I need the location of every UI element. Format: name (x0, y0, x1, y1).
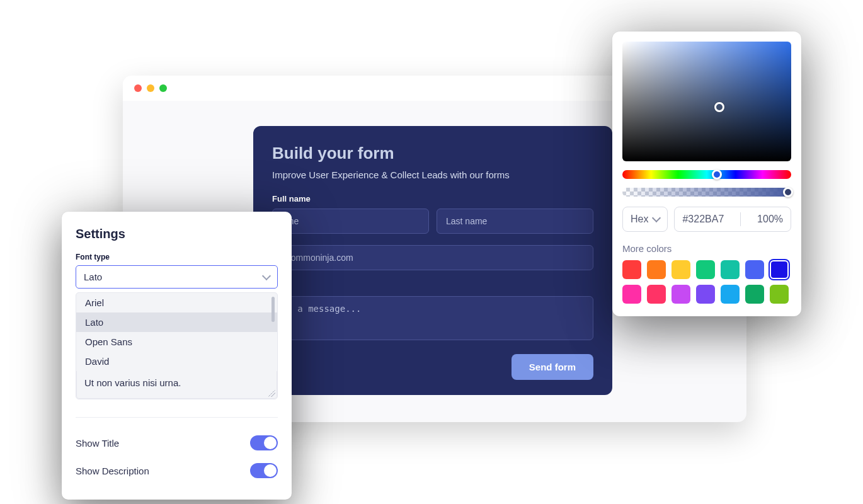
font-option[interactable]: Open Sans (76, 332, 277, 352)
message-textarea[interactable] (272, 296, 593, 340)
opacity-value: 100% (757, 214, 783, 225)
color-swatch[interactable] (770, 260, 789, 279)
message-label: e (272, 282, 593, 291)
color-swatch[interactable] (745, 260, 764, 279)
alpha-thumb[interactable] (783, 187, 793, 197)
color-value-field[interactable]: #322BA7 100% (674, 207, 791, 232)
color-swatch[interactable] (672, 285, 690, 304)
more-colors-label: More colors (622, 243, 791, 254)
toggle-switch[interactable] (250, 435, 278, 450)
toggle-switch[interactable] (250, 463, 278, 478)
font-type-select[interactable]: Lato (76, 265, 278, 289)
saturation-value-field[interactable] (622, 42, 791, 161)
swatch-grid (622, 260, 791, 304)
color-picker-panel: Hex #322BA7 100% More colors (612, 32, 801, 316)
toggle-knob (264, 437, 277, 449)
sample-text-field[interactable]: Ut non varius nisi urna. (76, 371, 277, 399)
traffic-light-max[interactable] (159, 84, 167, 92)
font-option[interactable]: David (76, 352, 277, 371)
font-type-value: Lato (84, 272, 102, 282)
traffic-light-close[interactable] (134, 84, 142, 92)
color-swatch[interactable] (622, 285, 641, 304)
font-option[interactable]: Ariel (76, 293, 277, 312)
last-name-input[interactable] (437, 209, 593, 234)
separator (740, 212, 741, 226)
chevron-down-icon (652, 214, 661, 222)
alpha-slider[interactable] (622, 188, 791, 197)
toggle-row: Show Title (76, 429, 278, 457)
send-form-button[interactable]: Send form (512, 354, 593, 380)
color-swatch[interactable] (745, 285, 764, 304)
color-swatch[interactable] (647, 260, 666, 279)
color-swatch[interactable] (696, 260, 715, 279)
divider (76, 417, 278, 418)
form-subtitle: Improve User Experience & Collect Leads … (272, 169, 593, 180)
font-type-dropdown: ArielLatoOpen SansDavid Ut non varius ni… (76, 292, 278, 399)
resize-handle-icon[interactable] (268, 389, 275, 397)
email-input[interactable] (272, 245, 593, 270)
settings-panel: Settings Font type Lato ArielLatoOpen Sa… (62, 212, 292, 500)
hex-value: #322BA7 (682, 214, 724, 225)
color-swatch[interactable] (770, 285, 789, 304)
font-option[interactable]: Lato (76, 312, 277, 332)
color-swatch[interactable] (647, 285, 666, 304)
form-title: Build your form (272, 144, 593, 163)
toggle-label: Show Title (76, 438, 119, 449)
color-swatch[interactable] (721, 260, 740, 279)
color-mode-label: Hex (631, 214, 648, 225)
traffic-light-min[interactable] (147, 84, 154, 92)
fullname-label: Full name (272, 194, 593, 203)
sv-cursor-icon[interactable] (714, 102, 724, 112)
toggle-label: Show Description (76, 466, 149, 476)
hue-thumb[interactable] (712, 169, 722, 180)
toggle-knob (264, 464, 277, 477)
font-type-label: Font type (76, 253, 278, 261)
dropdown-scrollbar[interactable] (271, 297, 275, 322)
color-swatch[interactable] (622, 260, 641, 279)
form-card: Build your form Improve User Experience … (253, 126, 612, 395)
color-swatch[interactable] (672, 260, 690, 279)
color-swatch[interactable] (696, 285, 715, 304)
color-mode-select[interactable]: Hex (622, 207, 668, 232)
toggle-row: Show Description (76, 457, 278, 484)
settings-title: Settings (76, 227, 278, 241)
hue-slider[interactable] (622, 170, 791, 179)
chevron-down-icon (262, 271, 271, 280)
first-name-input[interactable] (272, 209, 429, 234)
color-swatch[interactable] (721, 285, 740, 304)
